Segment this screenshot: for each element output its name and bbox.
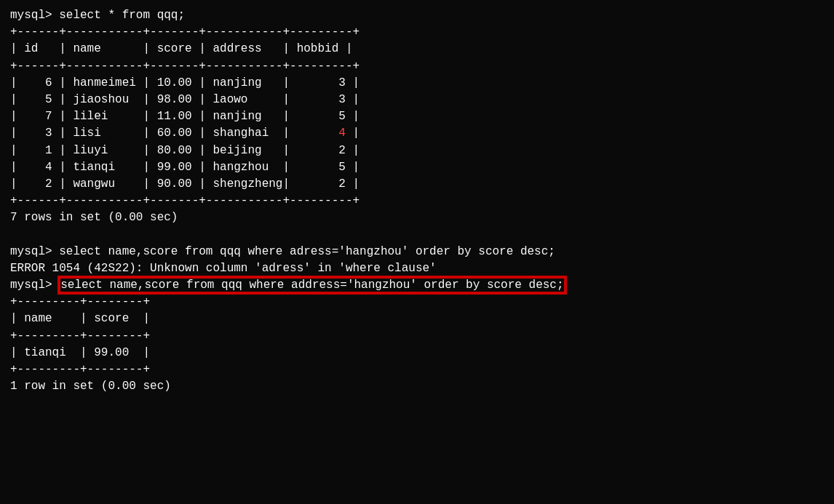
- line-row8: | tianqi | 99.00 |: [10, 345, 824, 361]
- line-rowcount1: 7 rows in set (0.00 sec): [10, 209, 824, 226]
- prompt-label: mysql>: [10, 279, 59, 292]
- line-row1: | 6 | hanmeimei | 10.00 | nanjing | 3 |: [10, 75, 824, 92]
- line-header2: | name | score |: [10, 311, 824, 327]
- line-border3: +------+-----------+-------+-----------+…: [10, 193, 824, 209]
- line-row7: | 2 | wangwu | 90.00 | shengzheng| 2 |: [10, 176, 824, 193]
- line-border6: +---------+--------+: [10, 361, 824, 378]
- line-cmd2: mysql> select name,score from qqq where …: [10, 244, 824, 260]
- line-row5: | 1 | liuyi | 80.00 | beijing | 2 |: [10, 143, 824, 159]
- line-cmd1: mysql> select * from qqq;: [10, 7, 824, 24]
- line-border2: +------+-----------+-------+-----------+…: [10, 58, 824, 75]
- line-row6: | 4 | tianqi | 99.00 | hangzhou | 5 |: [10, 159, 824, 176]
- line-header: | id | name | score | address | hobbid |: [10, 41, 824, 57]
- highlighted-sql-command: select name,score from qqq where address…: [59, 277, 565, 293]
- line-row3: | 7 | lilei | 11.00 | nanjing | 5 |: [10, 108, 824, 125]
- line-rowcount2: 1 row in set (0.00 sec): [10, 378, 824, 395]
- line-cmd3: mysql> select name,score from qqq where …: [10, 277, 824, 294]
- line-border1: +------+-----------+-------+-----------+…: [10, 24, 824, 41]
- line-empty1: [10, 226, 824, 243]
- line-border5: +---------+--------+: [10, 328, 824, 345]
- line-border4: +---------+--------+: [10, 294, 824, 311]
- line-error1: ERROR 1054 (42S22): Unknown column 'adre…: [10, 260, 824, 277]
- line-row2: | 5 | jiaoshou | 98.00 | laowo | 3 |: [10, 92, 824, 108]
- line-row4: | 3 | lisi | 60.00 | shanghai | 4 |: [10, 125, 824, 142]
- terminal-window: mysql> select * from qqq; +------+------…: [10, 7, 824, 395]
